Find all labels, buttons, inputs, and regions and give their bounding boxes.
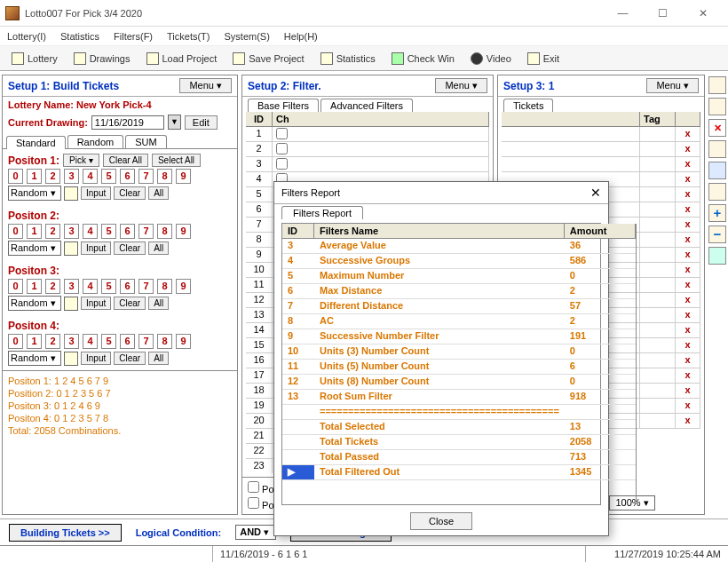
rb-pencil-icon[interactable] — [708, 98, 726, 115]
delete-icon[interactable]: x — [676, 127, 700, 141]
rb-minus-icon[interactable]: − — [708, 226, 726, 243]
delete-icon[interactable]: x — [676, 399, 700, 413]
menu-filters[interactable]: Filters(F) — [114, 31, 153, 42]
digit-3[interactable]: 3 — [64, 224, 79, 239]
delete-icon[interactable]: x — [676, 263, 700, 277]
clear-button[interactable]: Clear — [114, 297, 146, 310]
digit-8[interactable]: 8 — [157, 334, 172, 349]
digit-0[interactable]: 0 — [8, 224, 23, 239]
digit-4[interactable]: 4 — [83, 224, 98, 239]
setup2-menu[interactable]: Menu ▾ — [435, 78, 487, 93]
delete-icon[interactable]: x — [676, 157, 700, 171]
row-check[interactable] — [276, 158, 288, 170]
clear-button[interactable]: Clear — [114, 352, 146, 365]
menu-statistics[interactable]: Statistics — [60, 31, 99, 42]
menu-system[interactable]: System(S) — [225, 31, 270, 42]
minimize-button[interactable]: — — [603, 1, 643, 26]
mode-select[interactable]: Random ▾ — [8, 296, 61, 311]
table-row[interactable]: 3 — [246, 157, 489, 172]
tab-base-filters[interactable]: Base Filters — [248, 99, 319, 112]
digit-7[interactable]: 7 — [138, 169, 154, 184]
delete-icon[interactable]: x — [676, 293, 700, 307]
input-button[interactable]: Input — [81, 241, 111, 255]
mode-select[interactable]: Random ▾ — [8, 186, 61, 201]
row-check[interactable] — [276, 143, 288, 154]
selectall-button[interactable]: Select All — [152, 154, 201, 167]
input-button[interactable]: Input — [81, 186, 111, 200]
tb-check[interactable]: Check Win — [385, 50, 461, 67]
modal-close-button[interactable]: Close — [410, 512, 472, 530]
digit-3[interactable]: 3 — [64, 279, 79, 294]
delete-icon[interactable]: x — [676, 353, 700, 368]
digit-7[interactable]: 7 — [138, 279, 154, 294]
mode-select[interactable]: Random ▾ — [8, 351, 61, 366]
delete-icon[interactable]: x — [676, 218, 700, 232]
delete-icon[interactable]: x — [676, 172, 700, 186]
delete-icon[interactable]: x — [676, 248, 700, 262]
maximize-button[interactable]: ☐ — [643, 1, 683, 26]
digit-9[interactable]: 9 — [176, 224, 191, 239]
tb-lottery[interactable]: Lottery — [5, 50, 64, 67]
all-button[interactable]: All — [148, 241, 169, 255]
digit-1[interactable]: 1 — [27, 224, 42, 239]
clear-button[interactable]: Clear — [114, 241, 146, 255]
edit-button[interactable]: Edit — [185, 115, 218, 130]
rb-star-icon[interactable] — [708, 76, 726, 94]
barchart-icon[interactable] — [64, 241, 78, 256]
all-button[interactable]: All — [148, 186, 169, 200]
barchart-icon[interactable] — [64, 186, 78, 201]
digit-4[interactable]: 4 — [83, 169, 98, 184]
modal-close-icon[interactable]: ✕ — [590, 186, 601, 200]
delete-icon[interactable]: x — [676, 323, 700, 337]
tab-random[interactable]: Random — [67, 135, 124, 148]
tb-drawings[interactable]: Drawings — [67, 50, 137, 67]
rb-save-icon[interactable] — [708, 162, 726, 179]
table-row[interactable]: x — [502, 127, 700, 142]
table-row[interactable]: x — [502, 157, 700, 172]
digit-7[interactable]: 7 — [138, 334, 154, 349]
delete-icon[interactable]: x — [676, 278, 700, 292]
input-button[interactable]: Input — [81, 297, 111, 310]
digit-3[interactable]: 3 — [64, 169, 79, 184]
tab-advanced-filters[interactable]: Advanced Filters — [320, 99, 413, 112]
digit-0[interactable]: 0 — [8, 279, 23, 294]
input-button[interactable]: Input — [81, 352, 111, 365]
digit-4[interactable]: 4 — [83, 334, 98, 349]
delete-icon[interactable]: x — [676, 202, 700, 217]
delete-icon[interactable]: x — [676, 142, 700, 156]
rb-export-icon[interactable] — [708, 247, 726, 265]
table-row[interactable]: 1 — [246, 127, 489, 142]
row-check[interactable] — [276, 128, 288, 139]
digit-5[interactable]: 5 — [101, 224, 116, 239]
current-drawing-input[interactable] — [91, 115, 164, 130]
digit-6[interactable]: 6 — [120, 334, 135, 349]
setup1-menu[interactable]: Menu ▾ — [179, 78, 232, 93]
row23-check[interactable] — [248, 497, 259, 509]
row22-check[interactable] — [248, 481, 259, 493]
digit-6[interactable]: 6 — [120, 169, 135, 184]
tab-sum[interactable]: SUM — [125, 135, 166, 148]
digit-2[interactable]: 2 — [45, 169, 60, 184]
digit-8[interactable]: 8 — [157, 279, 172, 294]
mode-select[interactable]: Random ▾ — [8, 241, 61, 256]
digit-5[interactable]: 5 — [101, 334, 116, 349]
digit-7[interactable]: 7 — [138, 224, 154, 239]
rb-delete-icon[interactable]: ✕ — [708, 119, 726, 137]
tab-tickets[interactable]: Tickets — [503, 99, 553, 112]
menu-lottery[interactable]: Lottery(I) — [7, 31, 46, 42]
all-button[interactable]: All — [148, 352, 169, 365]
all-button[interactable]: All — [148, 297, 169, 310]
modal-scrollbar[interactable] — [636, 224, 637, 504]
tab-standard[interactable]: Standard — [6, 136, 66, 149]
delete-icon[interactable]: x — [676, 414, 700, 428]
tb-load[interactable]: Load Project — [140, 50, 224, 67]
digit-0[interactable]: 0 — [8, 169, 23, 184]
barchart-icon[interactable] — [64, 297, 78, 311]
digit-1[interactable]: 1 — [27, 279, 42, 294]
digit-8[interactable]: 8 — [157, 169, 172, 184]
digit-0[interactable]: 0 — [8, 334, 23, 349]
digit-8[interactable]: 8 — [157, 224, 172, 239]
digit-5[interactable]: 5 — [101, 279, 116, 294]
digit-9[interactable]: 9 — [176, 169, 191, 184]
barchart-icon[interactable] — [64, 352, 78, 366]
